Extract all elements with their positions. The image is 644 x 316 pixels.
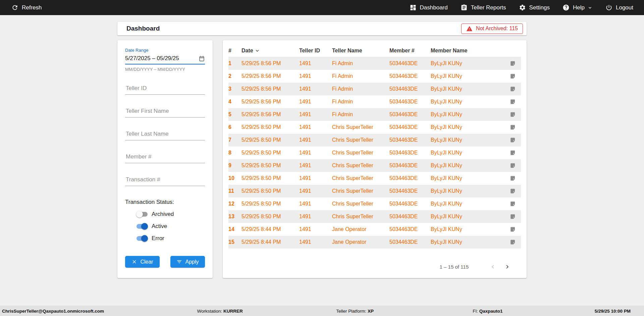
row-date: 5/29/25 8:56 PM <box>241 60 299 66</box>
note-icon <box>510 239 516 245</box>
refresh-label: Refresh <box>22 4 42 11</box>
table-row[interactable]: 8 5/29/25 8:50 PM 1491 Chris SuperTeller… <box>228 146 521 159</box>
workstation-status: Workstation: KURRER <box>197 308 243 313</box>
table-row[interactable]: 14 5/29/25 8:44 PM 1491 Jane Operator 50… <box>228 223 521 236</box>
note-icon <box>510 175 516 181</box>
row-number: 1 <box>228 60 241 66</box>
filter-actions: Clear Apply <box>125 256 205 268</box>
main-content: Dashboard Not Archived: 115 Date Range M… <box>0 15 644 306</box>
nav-settings[interactable]: Settings <box>519 4 550 11</box>
row-member-number: 5034463DE <box>389 73 431 79</box>
table-row[interactable]: 6 5/29/25 8:50 PM 1491 Chris SuperTeller… <box>228 121 521 134</box>
note-button[interactable] <box>505 188 521 194</box>
table-row[interactable]: 3 5/29/25 8:56 PM 1491 Fi Admin 5034463D… <box>228 83 521 95</box>
previous-page-button[interactable] <box>489 263 496 270</box>
note-button[interactable] <box>505 86 521 92</box>
row-member-number: 5034463DE <box>389 99 431 105</box>
note-icon <box>510 86 516 92</box>
row-teller-name: Chris SuperTeller <box>332 214 389 220</box>
calendar-icon <box>199 55 205 62</box>
top-nav-items: Dashboard Teller Reports Settings Help L… <box>410 4 633 11</box>
table-row[interactable]: 9 5/29/25 8:50 PM 1491 Chris SuperTeller… <box>228 159 521 172</box>
note-icon <box>510 111 516 118</box>
member-number-input[interactable] <box>125 153 205 161</box>
teller-platform-label: Teller Platform: <box>336 308 366 313</box>
row-member-number: 5034463DE <box>389 163 431 169</box>
transaction-status-label: Transaction Status: <box>125 199 205 206</box>
note-button[interactable] <box>505 124 521 130</box>
table-row[interactable]: 10 5/29/25 8:50 PM 1491 Chris SuperTelle… <box>228 172 521 185</box>
table-row[interactable]: 4 5/29/25 8:56 PM 1491 Fi Admin 5034463D… <box>228 95 521 108</box>
clear-button-label: Clear <box>140 259 153 265</box>
table-row[interactable]: 2 5/29/25 8:56 PM 1491 Fi Admin 5034463D… <box>228 70 521 83</box>
active-toggle-row: Active <box>137 223 205 230</box>
top-navigation-bar: Refresh Dashboard Teller Reports Setting… <box>0 0 644 15</box>
transactions-table: # Date Teller ID Teller Name Member # Me… <box>223 40 527 278</box>
apply-button[interactable]: Apply <box>170 256 205 268</box>
row-member-number: 5034463DE <box>389 226 431 232</box>
note-button[interactable] <box>505 163 521 169</box>
active-toggle[interactable] <box>137 224 148 229</box>
warning-icon <box>466 26 473 32</box>
chevron-right-icon <box>504 263 511 270</box>
toggle-thumb <box>141 235 148 242</box>
row-member-name: ByLyJI KUNy <box>431 201 505 207</box>
close-icon <box>131 259 137 265</box>
table-row[interactable]: 7 5/29/25 8:50 PM 1491 Chris SuperTeller… <box>228 134 521 146</box>
note-icon <box>510 150 516 156</box>
help-icon <box>562 4 570 11</box>
teller-first-name-field <box>125 107 205 118</box>
row-number: 3 <box>228 86 241 92</box>
row-teller-id: 1491 <box>299 99 332 105</box>
teller-first-name-input[interactable] <box>125 107 205 115</box>
row-number: 12 <box>228 201 241 207</box>
nav-dashboard[interactable]: Dashboard <box>410 4 448 11</box>
note-button[interactable] <box>505 175 521 181</box>
row-member-number: 5034463DE <box>389 60 431 66</box>
transaction-number-input[interactable] <box>125 176 205 183</box>
nav-teller-reports[interactable]: Teller Reports <box>461 4 506 11</box>
teller-id-field <box>125 85 205 95</box>
row-teller-id: 1491 <box>299 163 332 169</box>
note-button[interactable] <box>505 137 521 143</box>
note-button[interactable] <box>505 73 521 79</box>
nav-help[interactable]: Help <box>562 4 593 11</box>
note-button[interactable] <box>505 214 521 220</box>
calendar-picker-button[interactable] <box>197 55 205 62</box>
note-button[interactable] <box>505 226 521 232</box>
note-button[interactable] <box>505 99 521 105</box>
workstation-label: Workstation: <box>197 308 222 313</box>
row-date: 5/29/25 8:50 PM <box>241 188 299 194</box>
row-teller-name: Jane Operator <box>332 239 389 245</box>
col-header-date[interactable]: Date <box>241 48 299 54</box>
teller-id-input[interactable] <box>125 85 205 92</box>
note-button[interactable] <box>505 239 521 245</box>
nav-logout[interactable]: Logout <box>605 4 633 11</box>
archived-toggle[interactable] <box>137 212 148 217</box>
row-teller-name: Chris SuperTeller <box>332 137 389 143</box>
row-teller-id: 1491 <box>299 73 332 79</box>
error-toggle-row: Error <box>137 235 205 242</box>
note-button[interactable] <box>505 150 521 156</box>
table-row[interactable]: 11 5/29/25 8:50 PM 1491 Chris SuperTelle… <box>228 185 521 197</box>
refresh-button[interactable]: Refresh <box>11 4 42 11</box>
table-row[interactable]: 5 5/29/25 8:56 PM 1491 Fi Admin 5034463D… <box>228 108 521 121</box>
note-button[interactable] <box>505 201 521 207</box>
row-teller-name: Chris SuperTeller <box>332 124 389 130</box>
teller-last-name-input[interactable] <box>125 130 205 138</box>
next-page-button[interactable] <box>504 263 511 270</box>
note-button[interactable] <box>505 111 521 118</box>
table-row[interactable]: 15 5/29/25 8:44 PM 1491 Jane Operator 50… <box>228 236 521 249</box>
table-row[interactable]: 12 5/29/25 8:50 PM 1491 Chris SuperTelle… <box>228 197 521 210</box>
col-header-number: # <box>228 48 241 54</box>
row-teller-name: Chris SuperTeller <box>332 163 389 169</box>
error-toggle[interactable] <box>137 236 148 241</box>
table-row[interactable]: 1 5/29/25 8:56 PM 1491 Fi Admin 5034463D… <box>228 57 521 70</box>
date-range-input[interactable] <box>125 55 197 62</box>
table-row[interactable]: 13 5/29/25 8:50 PM 1491 Chris SuperTelle… <box>228 210 521 223</box>
clear-button[interactable]: Clear <box>125 256 160 268</box>
active-toggle-label: Active <box>152 223 167 230</box>
note-button[interactable] <box>505 60 521 66</box>
note-icon <box>510 60 516 66</box>
sort-chevron-down-icon <box>254 48 260 54</box>
